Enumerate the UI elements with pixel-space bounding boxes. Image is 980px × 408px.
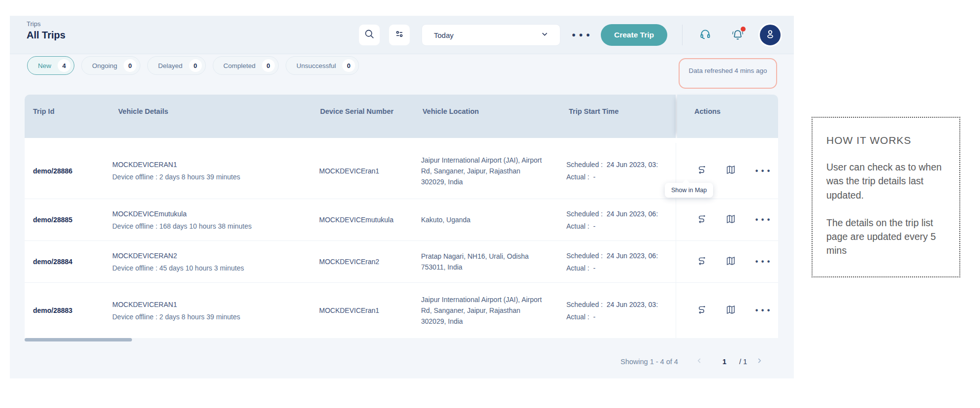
app-header: Trips All Trips Today bbox=[10, 16, 794, 54]
trip-id: demo/28886 bbox=[25, 143, 112, 199]
pagination: Showing 1 - 4 of 4 1 / 1 bbox=[621, 356, 764, 368]
chip-completed[interactable]: Completed 0 bbox=[213, 56, 279, 75]
device-serial: MOCKDEVICEran1 bbox=[319, 283, 421, 338]
scheduled-value: 24 Jun 2023, 06: bbox=[607, 210, 658, 218]
actual-label: Actual : bbox=[566, 313, 589, 321]
page-title: All Trips bbox=[27, 30, 65, 41]
row-actions: • • • bbox=[676, 283, 778, 338]
person-icon bbox=[764, 28, 777, 42]
vehicle-details-cell: MOCKDEVICERAN1 Device offline : 2 days 8… bbox=[112, 283, 319, 338]
support-button[interactable] bbox=[695, 25, 715, 45]
show-in-map-button[interactable] bbox=[726, 215, 736, 225]
device-serial: MOCKDEVICEmutukula bbox=[319, 199, 421, 240]
status-filter-chips: New 4 Ongoing 0 Delayed 0 Completed 0 Un… bbox=[27, 56, 359, 75]
vehicle-location: Pratap Nagari, NH16, Urali, Odisha 75301… bbox=[421, 241, 566, 282]
map-icon bbox=[726, 256, 736, 268]
next-page-button[interactable] bbox=[755, 356, 764, 367]
row-actions: • • • bbox=[676, 241, 778, 282]
show-route-button[interactable] bbox=[696, 257, 707, 267]
vehicle-name: MOCKDEVICEmutukula bbox=[112, 210, 319, 218]
search-button[interactable] bbox=[359, 24, 380, 46]
table-row: demo/28884 MOCKDEVICERAN2 Device offline… bbox=[25, 240, 778, 282]
chip-label: New bbox=[38, 62, 51, 69]
scheduled-value: 24 Jun 2023, 06: bbox=[607, 252, 658, 260]
show-route-button[interactable] bbox=[696, 306, 707, 316]
chevron-down-icon bbox=[540, 30, 549, 40]
trip-id: demo/28884 bbox=[25, 241, 112, 282]
row-more-button[interactable]: • • • bbox=[755, 167, 771, 175]
device-status: Device offline : 45 days 10 hours 3 minu… bbox=[112, 264, 319, 272]
actual-value: - bbox=[593, 313, 595, 321]
table-header-actions: Actions bbox=[677, 95, 778, 138]
scheduled-label: Scheduled : bbox=[566, 161, 603, 169]
chip-count-badge: 0 bbox=[342, 59, 355, 72]
trip-start-time-cell: Scheduled : 24 Jun 2023, 06: Actual : - bbox=[566, 199, 676, 240]
vehicle-details-cell: MOCKDEVICERAN1 Device offline : 2 days 8… bbox=[112, 143, 319, 199]
show-route-button[interactable] bbox=[696, 215, 707, 225]
device-status: Device offline : 2 days 8 hours 39 minut… bbox=[112, 313, 319, 321]
current-page-input[interactable]: 1 bbox=[722, 358, 726, 366]
chip-label: Unsuccessful bbox=[296, 62, 336, 69]
filter-settings-button[interactable] bbox=[389, 24, 410, 46]
vehicle-location: Kakuto, Uganda bbox=[421, 199, 566, 240]
date-range-value: Today bbox=[434, 31, 454, 39]
map-icon bbox=[726, 214, 736, 226]
actual-label: Actual : bbox=[566, 173, 589, 181]
notifications-button[interactable] bbox=[728, 25, 748, 45]
table-row: demo/28885 MOCKDEVICEmutukula Device off… bbox=[25, 199, 778, 240]
show-in-map-tooltip: Show in Map bbox=[665, 183, 713, 198]
scheduled-value: 24 Jun 2023, 03: bbox=[607, 301, 658, 308]
route-icon bbox=[696, 214, 707, 226]
note-paragraph: The details on the trip list page are up… bbox=[826, 216, 947, 258]
horizontal-scrollbar[interactable] bbox=[25, 338, 132, 341]
actual-value: - bbox=[593, 264, 595, 272]
chip-ongoing[interactable]: Ongoing 0 bbox=[81, 56, 140, 75]
date-range-dropdown[interactable]: Today bbox=[422, 24, 560, 46]
row-more-button[interactable]: • • • bbox=[755, 215, 771, 224]
sliders-icon bbox=[394, 29, 405, 41]
column-header-actions: Actions bbox=[694, 107, 720, 115]
row-more-button[interactable]: • • • bbox=[755, 257, 771, 266]
scheduled-value: 24 Jun 2023, 03: bbox=[607, 161, 658, 169]
how-it-works-note: HOW IT WORKS User can check as to when w… bbox=[812, 117, 960, 277]
actual-label: Actual : bbox=[566, 222, 589, 230]
vehicle-name: MOCKDEVICERAN2 bbox=[112, 252, 319, 260]
trip-id: demo/28885 bbox=[25, 199, 112, 240]
chip-count-badge: 0 bbox=[262, 59, 275, 72]
map-icon bbox=[726, 165, 736, 177]
show-route-button[interactable] bbox=[696, 166, 707, 176]
chip-new[interactable]: New 4 bbox=[27, 56, 74, 75]
trip-start-time-cell: Scheduled : 24 Jun 2023, 03: Actual : - bbox=[566, 283, 676, 338]
show-in-map-button[interactable] bbox=[726, 257, 736, 267]
previous-page-button[interactable] bbox=[695, 356, 704, 367]
pagination-summary: Showing 1 - 4 of 4 bbox=[621, 358, 678, 366]
table-header: Trip Id Vehicle Details Device Serial Nu… bbox=[25, 95, 676, 138]
device-status: Device offline : 2 days 8 hours 39 minut… bbox=[112, 173, 319, 181]
trips-app-window: Trips All Trips Today bbox=[10, 16, 794, 378]
notification-dot bbox=[741, 27, 746, 32]
create-trip-button[interactable]: Create Trip bbox=[601, 24, 667, 46]
device-serial: MOCKDEVICEran1 bbox=[319, 143, 421, 199]
chip-label: Ongoing bbox=[92, 62, 117, 69]
vehicle-location: Jaipur International Airport (JAI), Airp… bbox=[421, 283, 566, 338]
map-icon bbox=[726, 305, 736, 317]
headset-icon bbox=[699, 28, 712, 42]
show-in-map-button[interactable] bbox=[726, 306, 736, 316]
chip-count-badge: 0 bbox=[189, 59, 202, 72]
breadcrumb: Trips bbox=[27, 20, 65, 28]
vehicle-details-cell: MOCKDEVICEmutukula Device offline : 168 … bbox=[112, 199, 319, 240]
column-header-vehicle-details: Vehicle Details bbox=[118, 107, 168, 115]
chip-label: Completed bbox=[224, 62, 256, 69]
user-avatar[interactable] bbox=[758, 23, 782, 47]
chip-count-badge: 4 bbox=[58, 59, 70, 72]
chip-unsuccessful[interactable]: Unsuccessful 0 bbox=[286, 56, 359, 75]
vehicle-details-cell: MOCKDEVICERAN2 Device offline : 45 days … bbox=[112, 241, 319, 282]
note-title: HOW IT WORKS bbox=[826, 135, 947, 146]
device-status: Device offline : 168 days 10 hours 38 mi… bbox=[112, 222, 319, 230]
scheduled-label: Scheduled : bbox=[566, 301, 603, 308]
show-in-map-button[interactable] bbox=[726, 166, 736, 176]
header-more-button[interactable]: • • • bbox=[570, 30, 592, 41]
row-more-button[interactable]: • • • bbox=[755, 306, 771, 315]
chip-delayed[interactable]: Delayed 0 bbox=[147, 56, 206, 75]
scheduled-label: Scheduled : bbox=[566, 210, 603, 218]
